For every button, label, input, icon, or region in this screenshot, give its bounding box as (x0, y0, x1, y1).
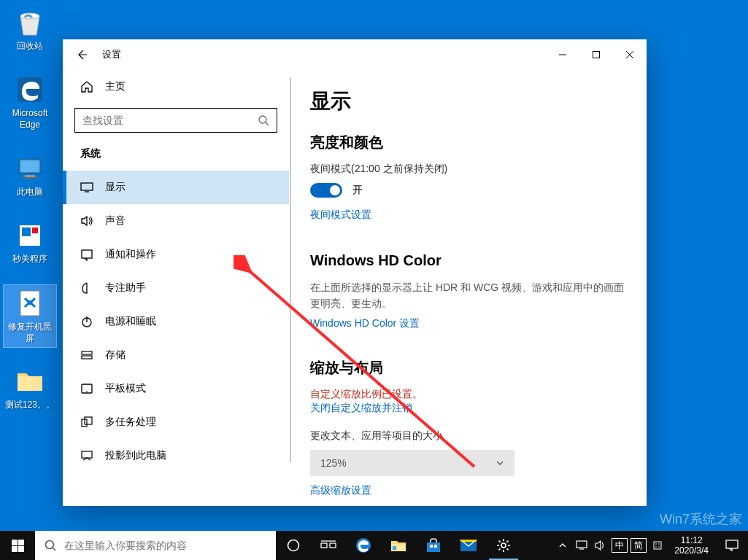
close-button[interactable] (613, 43, 647, 66)
svg-rect-16 (82, 351, 92, 354)
nav-focus-assist[interactable]: 专注助手 (63, 271, 289, 305)
home-button[interactable]: 主页 (63, 70, 289, 104)
settings-search[interactable] (74, 108, 277, 133)
action-center-button[interactable] (716, 531, 748, 560)
nav-multitasking[interactable]: 多任务处理 (63, 405, 289, 439)
app-icon (15, 220, 45, 251)
desktop-icon-fix-blackscreen[interactable]: 修复开机黑屏 (3, 284, 57, 348)
nav-label: 存储 (105, 349, 126, 362)
desktop-icon-shutdown-app[interactable]: 秒关程序 (3, 217, 57, 268)
advanced-scale-link[interactable]: 高级缩放设置 (310, 484, 371, 497)
svg-rect-5 (22, 177, 38, 179)
maximize-button[interactable] (579, 43, 613, 66)
desktop-icon-label: 修复开机黑屏 (5, 322, 55, 344)
svg-point-44 (658, 543, 660, 545)
svg-point-19 (86, 391, 88, 392)
chevron-down-icon (496, 459, 504, 467)
computer-icon (15, 153, 45, 184)
back-button[interactable] (70, 43, 93, 66)
svg-rect-35 (427, 542, 440, 552)
desktop-icon-recycle-bin[interactable]: 回收站 (3, 4, 57, 55)
nav-notifications[interactable]: 通知和操作 (63, 238, 289, 271)
start-button[interactable] (0, 531, 35, 560)
cortana-button[interactable] (276, 531, 311, 560)
svg-point-12 (259, 116, 266, 123)
desktop-icon-test-folder[interactable]: 测试123。。 (3, 363, 57, 414)
focus-icon (80, 281, 93, 295)
scale-signout-link[interactable]: 关闭自定义缩放并注销 (310, 402, 412, 415)
svg-rect-36 (430, 545, 433, 548)
night-light-toggle[interactable] (310, 183, 342, 198)
scale-text-label: 更改文本、应用等项目的大小 (310, 429, 626, 443)
nav-sound[interactable]: 声音 (63, 204, 289, 238)
notifications-icon (80, 248, 93, 261)
power-icon (80, 315, 93, 328)
home-icon (80, 80, 93, 93)
hd-color-description: 在上面所选择的显示器上让 HDR 和 WCG 视频、游戏和应用中的画面更明亮、更… (310, 279, 626, 312)
desktop-icon-label: Microsoft Edge (4, 108, 55, 131)
storage-icon (80, 349, 93, 362)
taskbar-settings[interactable] (486, 531, 521, 560)
nav-tablet-mode[interactable]: 平板模式 (63, 372, 289, 405)
taskbar-edge[interactable] (346, 531, 381, 560)
nav-label: 声音 (105, 214, 126, 228)
scale-dropdown[interactable]: 125% (310, 450, 514, 476)
tray-display-icon[interactable] (572, 531, 591, 560)
page-title: 显示 (310, 88, 626, 115)
taskbar-search-input[interactable] (64, 540, 267, 551)
brightness-heading: 亮度和颜色 (310, 133, 626, 152)
tray-volume-icon[interactable] (591, 531, 610, 560)
scale-warning: 自定义缩放比例已设置。 (310, 388, 626, 401)
ime-lang[interactable]: 中 (612, 538, 628, 553)
system-tray: 中 简 11:12 2020/3/4 (553, 531, 748, 560)
svg-rect-21 (85, 417, 92, 424)
toggle-state: 开 (352, 184, 363, 197)
taskbar-explorer[interactable] (381, 531, 416, 560)
section-label: 系统 (63, 143, 289, 171)
svg-rect-41 (577, 541, 587, 548)
nav-storage[interactable]: 存储 (63, 338, 289, 372)
task-view-button[interactable] (311, 531, 346, 560)
taskbar-store[interactable] (416, 531, 451, 560)
minimize-button[interactable] (546, 43, 579, 66)
desktop-icon-this-pc[interactable]: 此电脑 (3, 150, 57, 201)
svg-rect-39 (460, 540, 477, 542)
svg-rect-30 (321, 543, 327, 548)
nav-projecting[interactable]: 投影到此电脑 (63, 439, 289, 472)
svg-point-46 (658, 546, 660, 548)
night-light-label: 夜间模式(21:00 之前保持关闭) (310, 163, 626, 176)
taskbar: 中 简 11:12 2020/3/4 (0, 531, 748, 560)
nav-power-sleep[interactable]: 电源和睡眠 (63, 305, 289, 338)
nav-display[interactable]: 显示 (63, 171, 289, 204)
svg-point-28 (46, 541, 54, 549)
multitasking-icon (80, 416, 93, 429)
script-icon (15, 288, 45, 319)
search-input[interactable] (82, 114, 258, 126)
taskbar-clock[interactable]: 11:12 2020/3/4 (667, 531, 716, 560)
hd-color-settings-link[interactable]: Windows HD Color 设置 (310, 317, 420, 330)
nav-label: 专注助手 (105, 281, 146, 295)
taskbar-mail[interactable] (451, 531, 486, 560)
svg-point-45 (655, 546, 657, 548)
search-icon (44, 539, 57, 552)
svg-rect-34 (393, 546, 396, 550)
tray-ime-icon[interactable] (648, 531, 667, 560)
ime-mode[interactable]: 简 (631, 538, 647, 553)
svg-rect-22 (82, 451, 92, 458)
tray-chevron-up-icon[interactable] (553, 531, 572, 560)
hd-color-heading: Windows HD Color (310, 252, 626, 269)
svg-rect-26 (12, 546, 18, 552)
window-title: 设置 (102, 48, 121, 61)
svg-rect-27 (18, 546, 24, 552)
svg-rect-7 (22, 228, 31, 236)
taskbar-search[interactable] (35, 531, 276, 560)
scale-heading: 缩放与布局 (310, 358, 626, 378)
projecting-icon (80, 449, 93, 462)
sound-icon (80, 214, 93, 228)
desktop-icon-label: 回收站 (17, 41, 43, 52)
desktop-icon-edge[interactable]: Microsoft Edge (3, 71, 57, 133)
night-light-settings-link[interactable]: 夜间模式设置 (310, 209, 371, 222)
desktop-icon-label: 此电脑 (17, 187, 43, 198)
svg-rect-47 (726, 540, 738, 548)
nav-label: 显示 (105, 181, 126, 194)
